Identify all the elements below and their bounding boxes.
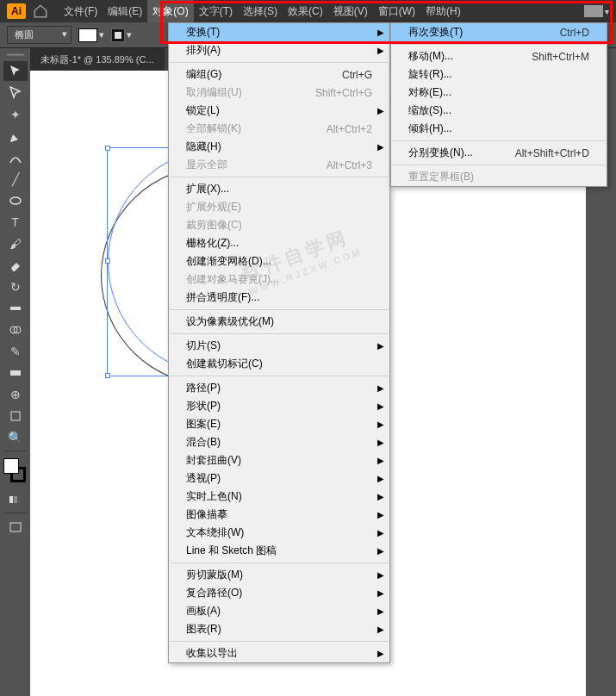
menu-item[interactable]: 复合路径(O)▶	[169, 584, 389, 602]
menu-item[interactable]: 路径(P)▶	[169, 379, 389, 397]
menu-edit[interactable]: 编辑(E)	[103, 0, 147, 22]
shape-builder-tool[interactable]	[3, 320, 28, 339]
svg-rect-4	[10, 370, 21, 376]
menu-item[interactable]: 创建渐变网格(D)...	[169, 252, 389, 270]
ellipse-tool[interactable]	[3, 190, 28, 210]
menu-view[interactable]: 视图(V)	[328, 0, 373, 22]
menu-item[interactable]: 隐藏(H)▶	[169, 138, 389, 156]
menu-text[interactable]: 文字(T)	[194, 0, 238, 22]
type-tool[interactable]: T	[3, 212, 28, 232]
menu-item[interactable]: 锁定(L)▶	[169, 102, 389, 120]
rotate-tool[interactable]: ↻	[3, 277, 28, 296]
menu-item[interactable]: 缩放(S)...	[391, 102, 607, 120]
drag-handle-icon[interactable]	[7, 53, 24, 56]
menu-item[interactable]: 拼合透明度(F)...	[169, 289, 389, 307]
menu-item-label: 实时上色(N)	[186, 489, 242, 504]
svg-rect-5	[11, 412, 20, 420]
submenu-arrow-icon: ▶	[377, 546, 384, 556]
menu-item[interactable]: Line 和 Sketch 图稿▶	[169, 542, 389, 560]
submenu-arrow-icon: ▶	[377, 383, 384, 393]
menu-item[interactable]: 封套扭曲(V)▶	[169, 451, 389, 469]
menu-item[interactable]: 实时上色(N)▶	[169, 488, 389, 506]
chevron-down-icon[interactable]: ▾	[127, 29, 135, 40]
menu-item[interactable]: 变换(T)▶	[169, 23, 389, 41]
menu-item[interactable]: 剪切蒙版(M)▶	[169, 566, 389, 584]
eraser-tool[interactable]	[3, 255, 28, 275]
direct-selection-tool[interactable]	[3, 83, 28, 103]
submenu-arrow-icon: ▶	[377, 438, 384, 447]
menu-item[interactable]: 扩展(X)...	[169, 180, 389, 198]
menu-item[interactable]: 分别变换(N)...Alt+Shift+Ctrl+D	[391, 144, 607, 162]
menu-item-label: 分别变换(N)...	[408, 146, 473, 160]
magic-wand-tool[interactable]: ✦	[3, 104, 28, 124]
paintbrush-tool[interactable]: 🖌	[3, 233, 28, 253]
zoom-tool[interactable]: 🔍	[3, 427, 28, 447]
resize-handle[interactable]	[105, 258, 110, 264]
resize-handle[interactable]	[105, 146, 110, 151]
workspace-switcher-icon[interactable]	[584, 5, 603, 17]
submenu-arrow-icon: ▶	[377, 474, 384, 483]
document-tab[interactable]: 未标题-1* @ 135.89% (C...	[30, 48, 165, 71]
artboard-tool[interactable]	[3, 406, 28, 426]
menu-item[interactable]: 文本绕排(W)▶	[169, 524, 389, 542]
line-tool[interactable]: ╱	[3, 169, 28, 189]
menu-item[interactable]: 倾斜(H)...	[391, 120, 607, 138]
fill-stroke-proxy[interactable]	[3, 458, 28, 482]
menu-item[interactable]: 收集以导出▶	[169, 644, 389, 662]
menu-item[interactable]: 对称(E)...	[391, 84, 607, 102]
menu-item-label: 全部解锁(K)	[186, 121, 241, 136]
menu-item-label: 扩展(X)...	[186, 182, 229, 196]
menu-item[interactable]: 栅格化(Z)...	[169, 234, 389, 252]
menu-item[interactable]: 移动(M)...Shift+Ctrl+M	[391, 47, 607, 65]
menu-item[interactable]: 透视(P)▶	[169, 469, 389, 488]
menu-item[interactable]: 设为像素级优化(M)	[169, 313, 389, 331]
pen-tool[interactable]	[3, 126, 28, 146]
menu-item[interactable]: 混合(B)▶	[169, 433, 389, 451]
menu-item[interactable]: 再次变换(T)Ctrl+D	[391, 23, 607, 41]
menu-object[interactable]: 对象(O)	[147, 0, 193, 22]
fill-swatch[interactable]	[78, 28, 97, 42]
menu-item[interactable]: 形状(P)▶	[169, 397, 389, 415]
fill-color-icon[interactable]	[3, 458, 19, 474]
color-mode-icon[interactable]	[3, 489, 28, 509]
resize-handle[interactable]	[105, 373, 110, 378]
menu-item-label: 切片(S)	[186, 339, 221, 353]
menu-item: 创建对象马赛克(J)...	[169, 270, 389, 289]
menu-item-label: 剪切蒙版(M)	[186, 568, 243, 582]
menu-window[interactable]: 窗口(W)	[373, 0, 420, 22]
symbol-sprayer-tool[interactable]: ⊕	[3, 384, 28, 404]
selection-tool[interactable]	[3, 61, 28, 81]
gradient-tool[interactable]	[3, 363, 28, 382]
home-icon[interactable]	[33, 3, 48, 19]
menu-separator	[170, 376, 389, 376]
menu-item-label: 路径(P)	[186, 381, 221, 395]
menu-item[interactable]: 创建裁切标记(C)	[169, 355, 389, 373]
chevron-down-icon[interactable]: ▾	[605, 7, 609, 16]
menu-effect[interactable]: 效果(C)	[283, 0, 328, 22]
menu-item[interactable]: 图表(R)▶	[169, 620, 389, 638]
divider	[4, 513, 27, 513]
width-tool[interactable]	[3, 298, 28, 318]
menu-item[interactable]: 排列(A)▶	[169, 41, 389, 59]
menu-item[interactable]: 编组(G)Ctrl+G	[169, 65, 389, 84]
submenu-arrow-icon: ▶	[377, 510, 384, 519]
stroke-swatch[interactable]	[111, 28, 125, 42]
menu-item-label: 图像描摹	[186, 507, 227, 522]
menu-help[interactable]: 帮助(H)	[420, 0, 466, 22]
menu-item[interactable]: 画板(A)▶	[169, 602, 389, 620]
chevron-down-icon[interactable]: ▾	[99, 29, 108, 40]
menu-file[interactable]: 文件(F)	[59, 0, 103, 22]
menu-item[interactable]: 切片(S)▶	[169, 337, 389, 355]
screen-mode-icon[interactable]	[3, 517, 28, 537]
menu-item-label: 创建对象马赛克(J)...	[186, 272, 279, 287]
shape-select[interactable]: 椭圆	[7, 26, 72, 44]
menu-item-label: 编组(G)	[186, 67, 221, 82]
menu-item[interactable]: 图像描摹▶	[169, 506, 389, 524]
eyedropper-tool[interactable]: ✎	[3, 341, 28, 361]
curvature-tool[interactable]	[3, 147, 28, 167]
menu-item[interactable]: 旋转(R)...	[391, 65, 607, 84]
menu-select[interactable]: 选择(S)	[238, 0, 283, 22]
menu-separator	[392, 44, 606, 45]
menu-item-label: 形状(P)	[186, 399, 221, 413]
menu-item[interactable]: 图案(E)▶	[169, 415, 389, 433]
